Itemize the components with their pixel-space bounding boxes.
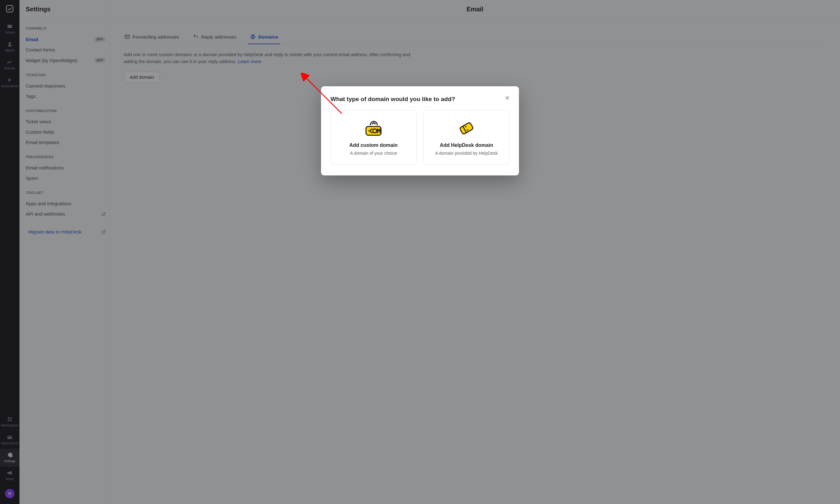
modal-overlay[interactable]: What type of domain would you like to ad… xyxy=(0,0,840,504)
svg-rect-12 xyxy=(460,122,474,134)
option-subtitle: A domain of your choice xyxy=(337,151,411,156)
close-icon[interactable] xyxy=(504,94,511,101)
svg-line-14 xyxy=(465,126,466,127)
option-title: Add HelpDesk domain xyxy=(429,143,503,148)
modal-title: What type of domain would you like to ad… xyxy=(330,96,510,103)
option-helpdesk-domain[interactable]: Add HelpDesk domain A domain provided by… xyxy=(424,110,510,165)
option-title: Add custom domain xyxy=(337,143,411,148)
option-subtitle: A domain provided by HelpDesk xyxy=(429,151,503,156)
option-custom-domain[interactable]: Add custom domain A domain of your choic… xyxy=(330,110,416,165)
svg-point-10 xyxy=(368,130,370,131)
custom-domain-icon xyxy=(337,120,411,137)
add-domain-modal: What type of domain would you like to ad… xyxy=(321,86,519,176)
helpdesk-domain-icon xyxy=(429,120,503,137)
svg-line-15 xyxy=(467,130,468,130)
